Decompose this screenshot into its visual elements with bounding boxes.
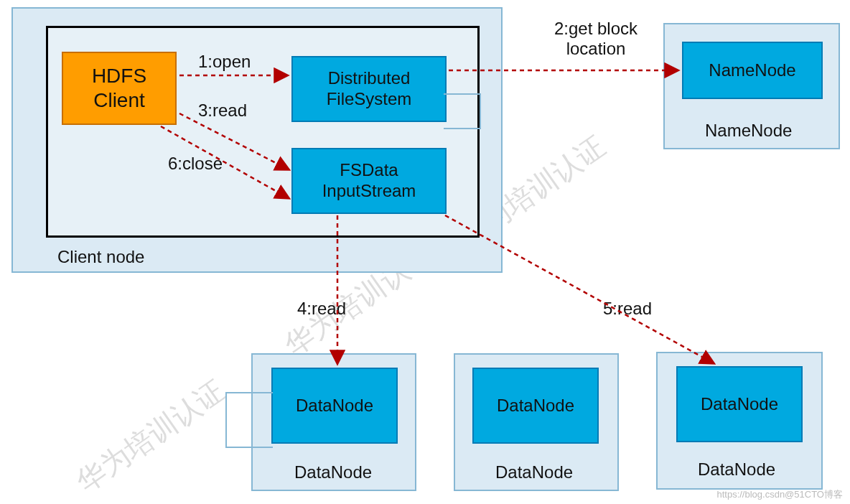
datanode-label-3: DataNode <box>698 459 775 480</box>
datanode-self-loop <box>225 392 273 448</box>
datanode-label-1: DataNode <box>294 462 372 482</box>
label-5-read: 5:read <box>603 299 652 319</box>
label-3-read: 3:read <box>198 101 247 121</box>
client-node-label: Client node <box>57 247 144 267</box>
label-4-read: 4:read <box>297 299 346 319</box>
label-6-close: 6:close <box>168 154 223 174</box>
footer-watermark: https://blog.csdn@51CTO博客 <box>716 488 843 501</box>
dfs-connector <box>444 93 481 129</box>
fsdata-inputstream-box: FSData InputStream <box>291 148 447 214</box>
namenode-box: NameNode <box>682 42 823 99</box>
datanode-label-2: DataNode <box>495 462 573 482</box>
distributed-filesystem-box: Distributed FileSystem <box>291 56 447 122</box>
datanode-box-3: DataNode <box>676 366 803 442</box>
watermark: 华为培训认证 <box>69 370 233 502</box>
datanode-box-1: DataNode <box>271 368 398 444</box>
hdfs-client-box: HDFS Client <box>62 52 177 125</box>
diagram-stage: 华为培训认证 华为培训认证 华为培训认证 华为培 Client node HDF… <box>0 0 850 504</box>
namenode-panel-label: NameNode <box>705 121 792 141</box>
label-1-open: 1:open <box>198 52 251 72</box>
label-2-get-block: 2:get block location <box>531 19 660 59</box>
datanode-box-2: DataNode <box>472 368 599 444</box>
